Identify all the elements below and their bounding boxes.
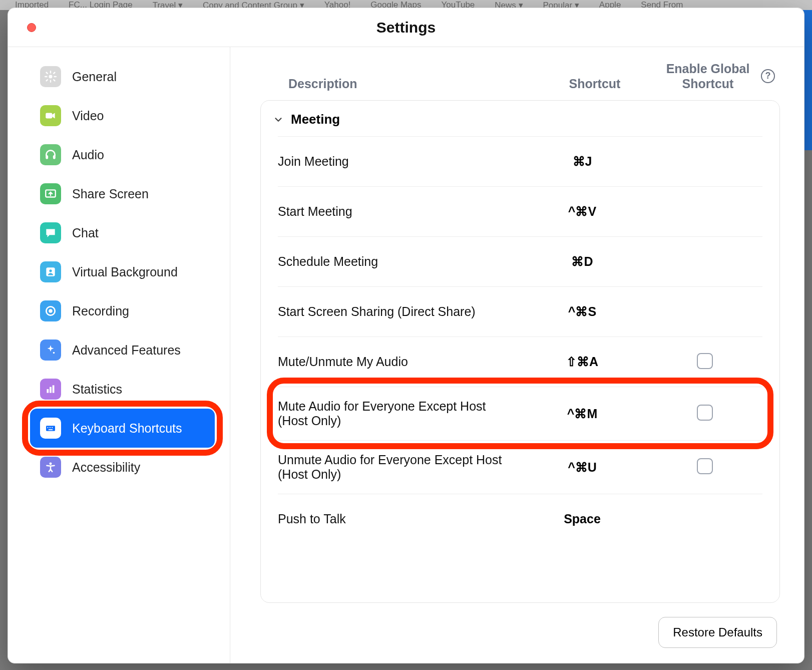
shortcut-description: Join Meeting xyxy=(278,154,517,169)
svg-point-8 xyxy=(49,309,53,313)
sidebar-item-advanced-features[interactable]: Advanced Features xyxy=(30,330,215,370)
sparkle-icon xyxy=(40,340,61,361)
svg-rect-18 xyxy=(49,429,53,430)
restore-defaults-button[interactable]: Restore Defaults xyxy=(658,617,777,648)
panel-footer: Restore Defaults xyxy=(260,603,780,648)
sidebar-item-share-screen[interactable]: Share Screen xyxy=(30,174,215,213)
shortcut-description: Start Screen Sharing (Direct Share) xyxy=(278,304,517,319)
section-title: Meeting xyxy=(291,112,340,127)
shortcut-row: Push to TalkSpace xyxy=(278,494,762,544)
settings-sidebar: GeneralVideoAudioShare ScreenChatVirtual… xyxy=(8,47,230,663)
shortcut-row: Mute/Unmute My Audio⇧⌘A xyxy=(278,337,762,387)
sidebar-item-label: Keyboard Shortcuts xyxy=(72,421,182,436)
svg-rect-12 xyxy=(53,385,55,393)
shortcut-keys[interactable]: ^⌘V xyxy=(517,204,647,219)
shortcut-row: Schedule Meeting⌘D xyxy=(278,236,762,286)
sidebar-item-statistics[interactable]: Statistics xyxy=(30,370,215,409)
svg-rect-2 xyxy=(46,155,48,159)
sidebar-item-label: Share Screen xyxy=(72,187,149,201)
settings-window: Settings GeneralVideoAudioShare ScreenCh… xyxy=(8,8,804,663)
col-global-label: Enable Global Shortcut xyxy=(660,61,756,91)
shortcut-keys[interactable]: ^⌘M xyxy=(517,407,647,421)
headphones-icon xyxy=(40,144,61,165)
sidebar-item-label: Virtual Background xyxy=(72,265,178,279)
help-icon[interactable]: ? xyxy=(761,69,775,83)
settings-main: Description Shortcut Enable Global Short… xyxy=(230,47,804,663)
window-body: GeneralVideoAudioShare ScreenChatVirtual… xyxy=(8,47,804,663)
sidebar-item-label: Video xyxy=(72,109,104,123)
sidebar-item-label: Recording xyxy=(72,304,129,318)
svg-rect-10 xyxy=(47,389,49,393)
shortcut-row: Start Meeting^⌘V xyxy=(278,186,762,236)
sidebar-item-virtual-background[interactable]: Virtual Background xyxy=(30,252,215,291)
shortcut-keys[interactable]: ⌘D xyxy=(517,254,647,269)
shortcut-rows: Join Meeting⌘JStart Meeting^⌘VSchedule M… xyxy=(261,136,779,544)
shortcut-keys[interactable]: ⌘J xyxy=(517,154,647,169)
background-icon xyxy=(40,261,61,282)
sidebar-item-audio[interactable]: Audio xyxy=(30,135,215,174)
window-title: Settings xyxy=(8,19,804,36)
gear-icon xyxy=(40,66,61,87)
svg-rect-13 xyxy=(46,426,56,432)
shortcut-keys[interactable]: Space xyxy=(517,512,647,526)
sidebar-item-label: Advanced Features xyxy=(72,343,181,358)
shortcut-row: Mute Audio for Everyone Except Host (Hos… xyxy=(278,387,762,440)
keyboard-icon xyxy=(40,418,61,439)
shortcut-description: Push to Talk xyxy=(278,512,517,526)
share-screen-icon xyxy=(40,183,61,204)
svg-point-15 xyxy=(48,427,49,428)
accessibility-icon xyxy=(40,457,61,478)
sidebar-item-accessibility[interactable]: Accessibility xyxy=(30,448,215,487)
chat-icon xyxy=(40,222,61,243)
column-headers: Description Shortcut Enable Global Short… xyxy=(260,61,780,100)
global-shortcut-checkbox[interactable] xyxy=(697,353,713,369)
svg-rect-1 xyxy=(46,113,52,119)
shortcut-row: Join Meeting⌘J xyxy=(278,136,762,186)
shortcut-description: Unmute Audio for Everyone Except Host (H… xyxy=(278,453,517,482)
shortcut-keys[interactable]: ⇧⌘A xyxy=(517,355,647,369)
stats-icon xyxy=(40,379,61,400)
shortcut-global-cell xyxy=(647,405,762,423)
col-description: Description xyxy=(265,77,530,91)
svg-point-0 xyxy=(49,75,53,79)
shortcuts-panel: Meeting Join Meeting⌘JStart Meeting^⌘VSc… xyxy=(260,100,780,603)
section-header-meeting[interactable]: Meeting xyxy=(261,101,779,136)
close-window-button[interactable] xyxy=(27,23,36,32)
svg-point-6 xyxy=(49,269,52,272)
svg-rect-3 xyxy=(53,155,56,159)
shortcut-keys[interactable]: ^⌘S xyxy=(517,304,647,319)
sidebar-item-label: Chat xyxy=(72,226,99,240)
chevron-down-icon xyxy=(273,114,284,125)
shortcut-description: Start Meeting xyxy=(278,204,517,219)
svg-point-16 xyxy=(50,427,51,428)
shortcut-description: Schedule Meeting xyxy=(278,254,517,269)
shortcut-global-cell xyxy=(647,353,762,371)
global-shortcut-checkbox[interactable] xyxy=(697,458,713,474)
svg-point-19 xyxy=(50,462,52,465)
svg-rect-11 xyxy=(50,387,52,393)
sidebar-item-chat[interactable]: Chat xyxy=(30,213,215,252)
sidebar-item-recording[interactable]: Recording xyxy=(30,291,215,330)
sidebar-item-label: Accessibility xyxy=(72,460,140,475)
sidebar-item-label: General xyxy=(72,70,117,84)
shortcut-global-cell xyxy=(647,458,762,476)
shortcut-row: Unmute Audio for Everyone Except Host (H… xyxy=(278,440,762,494)
sidebar-item-keyboard-shortcuts[interactable]: Keyboard Shortcuts xyxy=(30,409,215,448)
col-shortcut: Shortcut xyxy=(530,77,660,91)
global-shortcut-checkbox[interactable] xyxy=(697,405,713,421)
sidebar-item-label: Audio xyxy=(72,148,104,162)
svg-point-9 xyxy=(53,352,55,354)
sidebar-item-video[interactable]: Video xyxy=(30,96,215,135)
svg-point-17 xyxy=(52,427,53,428)
titlebar: Settings xyxy=(8,8,804,47)
col-global: Enable Global Shortcut ? xyxy=(660,61,775,91)
video-icon xyxy=(40,105,61,126)
record-icon xyxy=(40,300,61,321)
sidebar-item-general[interactable]: General xyxy=(30,57,215,96)
sidebar-item-label: Statistics xyxy=(72,382,122,397)
shortcut-description: Mute Audio for Everyone Except Host (Hos… xyxy=(278,399,517,428)
shortcut-keys[interactable]: ^⌘U xyxy=(517,460,647,475)
shortcut-description: Mute/Unmute My Audio xyxy=(278,355,517,369)
shortcut-row: Start Screen Sharing (Direct Share)^⌘S xyxy=(278,286,762,337)
